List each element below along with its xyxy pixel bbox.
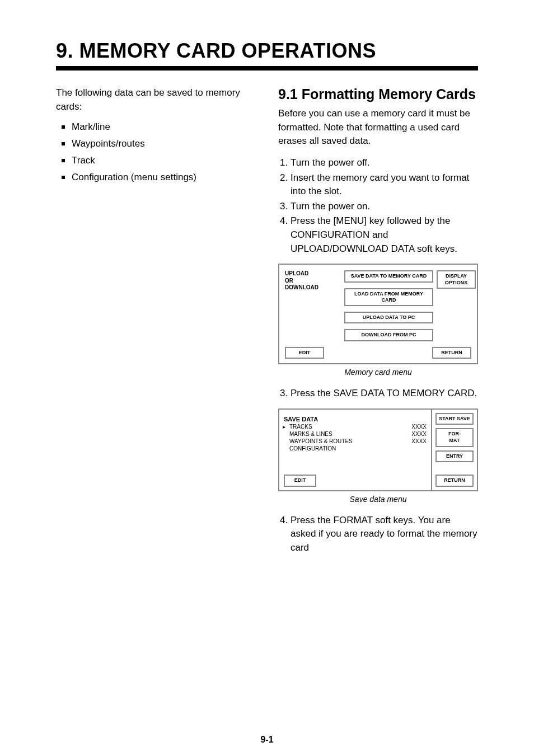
row-xxxx: XXXX <box>411 438 427 445</box>
row-label: CONFIGURATION <box>289 445 336 452</box>
section-9-1-title: 9.1 Formatting Memory Cards <box>278 86 478 102</box>
list-item: Configuration (menu settings) <box>56 172 256 183</box>
save-return-button: RETURN <box>435 475 474 487</box>
return-button: RETURN <box>432 347 471 359</box>
step-item: Press the [MENU] key followed by the CON… <box>291 214 478 256</box>
chapter-title: 9. MEMORY CARD OPERATIONS <box>56 39 478 63</box>
entry-button: ENTRY <box>435 450 474 463</box>
title-rule <box>56 66 478 71</box>
start-save-button: START SAVE <box>435 413 474 425</box>
intro-text: The following data can be saved to memor… <box>56 86 256 114</box>
save-row-marks: MARKS & LINES XXXX <box>284 430 427 438</box>
memory-card-menu-diagram: UPLOAD OR DOWNLOAD SAVE DATA TO MEMORY C… <box>278 264 478 364</box>
menu-left-line: OR <box>285 278 318 285</box>
menu-item-save: SAVE DATA TO MEMORY CARD <box>344 270 433 282</box>
format-button: FOR- MAT <box>435 428 474 447</box>
list-item: Mark/line <box>56 121 256 133</box>
row-label: TRACKS <box>289 424 312 430</box>
display-options-button: DISPLAY OPTIONS <box>437 270 476 289</box>
row-label: WAYPOINTS & ROUTES <box>289 438 353 444</box>
menu-left-line: DOWNLOAD <box>285 284 318 292</box>
save-data-diagram: SAVE DATA TRACKS XXXX MARKS & LINES XXXX… <box>278 408 478 491</box>
save-row-wpr: WAYPOINTS & ROUTES XXXX <box>284 438 427 445</box>
steps-list-a: Turn the power off. Insert the memory ca… <box>291 156 478 256</box>
step-item: Press the SAVE DATA TO MEMORY CARD. <box>291 387 478 401</box>
menu-item-download: DOWNLOAD FROM PC <box>344 329 433 341</box>
menu-item-upload: UPLOAD DATA TO PC <box>344 312 433 323</box>
row-label: MARKS & LINES <box>289 431 332 437</box>
save-row-config: CONFIGURATION <box>284 445 427 452</box>
save-caption: Save data menu <box>278 495 478 504</box>
page-number: 9-1 <box>0 735 534 745</box>
left-column: The following data can be saved to memor… <box>56 86 256 562</box>
step-item: Turn the power off. <box>291 156 478 170</box>
row-xxxx: XXXX <box>411 423 427 430</box>
list-item: Track <box>56 155 256 166</box>
steps-list-c: Press the FORMAT soft keys. You are aske… <box>291 514 478 555</box>
menu-left-label: UPLOAD OR DOWNLOAD <box>285 270 318 292</box>
list-item: Waypoints/routes <box>56 138 256 149</box>
menu-left-line: UPLOAD <box>285 270 318 278</box>
data-list: Mark/line Waypoints/routes Track Configu… <box>56 121 256 183</box>
menu-item-load: LOAD DATA FROM MEMORY CARD <box>344 288 433 307</box>
edit-button: EDIT <box>285 347 324 359</box>
step-item: Press the FORMAT soft keys. You are aske… <box>291 514 478 555</box>
step-item: Turn the power on. <box>291 200 478 214</box>
steps-list-b: Press the SAVE DATA TO MEMORY CARD. <box>291 387 478 401</box>
row-xxxx: XXXX <box>411 430 427 438</box>
save-title: SAVE DATA <box>284 415 427 423</box>
right-column: 9.1 Formatting Memory Cards Before you c… <box>278 86 478 562</box>
save-row-tracks: TRACKS XXXX <box>284 423 427 430</box>
menu-caption: Memory card menu <box>278 368 478 377</box>
step-item: Insert the memory card you want to forma… <box>291 171 478 199</box>
save-edit-button: EDIT <box>284 475 316 487</box>
section-body: Before you can use a memory card it must… <box>278 107 478 148</box>
